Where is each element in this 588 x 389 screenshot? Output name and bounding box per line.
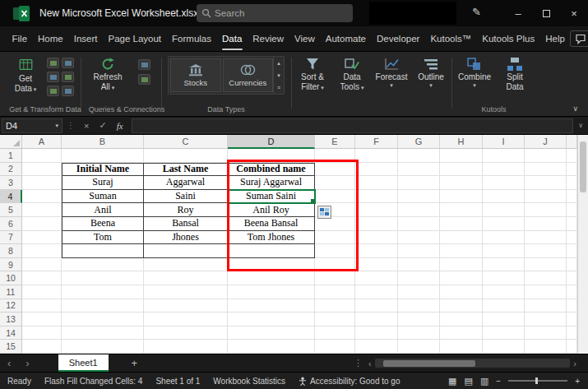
cell-C13[interactable] bbox=[144, 313, 228, 326]
cell-F1[interactable] bbox=[355, 149, 398, 163]
cell-C5[interactable]: Roy bbox=[144, 203, 228, 217]
cell-E12[interactable] bbox=[315, 299, 355, 313]
gallery-up-button[interactable]: ▴ bbox=[277, 60, 280, 67]
cell-B11[interactable] bbox=[62, 285, 144, 299]
cell-B10[interactable] bbox=[62, 271, 144, 285]
column-header-A[interactable]: A bbox=[22, 135, 62, 149]
cell-D13[interactable] bbox=[228, 313, 315, 326]
cell-J6[interactable] bbox=[525, 217, 567, 231]
vertical-scrollbar[interactable] bbox=[577, 135, 588, 354]
cell-E7[interactable] bbox=[315, 231, 355, 245]
select-all-corner[interactable] bbox=[0, 135, 22, 149]
sheet-tab-sheet1[interactable]: Sheet1 bbox=[58, 354, 109, 372]
row-header-8[interactable]: 8 bbox=[0, 244, 22, 258]
cell-F15[interactable] bbox=[355, 340, 398, 354]
cell-G7[interactable] bbox=[398, 231, 440, 245]
cell-I13[interactable] bbox=[483, 313, 525, 326]
cell-A11[interactable] bbox=[22, 285, 62, 299]
column-header-D[interactable]: D bbox=[228, 135, 315, 149]
cell-I12[interactable] bbox=[483, 299, 525, 313]
cell-G11[interactable] bbox=[398, 285, 440, 299]
ribbon-tab-insert[interactable]: Insert bbox=[68, 26, 103, 51]
cell-J1[interactable] bbox=[525, 149, 567, 163]
cell-D7[interactable]: Tom Jhones bbox=[228, 231, 315, 245]
cell-B5[interactable]: Anil bbox=[62, 203, 144, 217]
column-header-J[interactable]: J bbox=[525, 135, 567, 149]
flash-fill-status[interactable]: Flash Fill Changed Cells: 4 bbox=[44, 377, 143, 386]
cell-I7[interactable] bbox=[483, 231, 525, 245]
enter-button[interactable]: ✓ bbox=[94, 120, 111, 131]
column-header-B[interactable]: B bbox=[62, 135, 144, 149]
column-header-H[interactable]: H bbox=[440, 135, 483, 149]
cell-G2[interactable] bbox=[398, 163, 440, 177]
cell-B8[interactable] bbox=[62, 244, 144, 258]
cell-F14[interactable] bbox=[355, 326, 398, 340]
row-header-2[interactable]: 2 bbox=[0, 163, 22, 177]
cell-D2[interactable]: Combined name bbox=[228, 163, 315, 177]
queries-small-button[interactable] bbox=[138, 74, 150, 85]
ribbon-tab-kutools-[interactable]: Kutools™ bbox=[425, 26, 477, 51]
cell-A14[interactable] bbox=[22, 326, 62, 340]
stocks-data-type[interactable]: Stocks bbox=[170, 58, 221, 92]
cell-J9[interactable] bbox=[525, 258, 567, 272]
minimize-button[interactable]: – bbox=[504, 0, 532, 26]
cell-G5[interactable] bbox=[398, 203, 440, 217]
cell-I9[interactable] bbox=[483, 258, 525, 272]
cell-F4[interactable] bbox=[355, 190, 398, 204]
row-header-13[interactable]: 13 bbox=[0, 313, 22, 326]
row-header-12[interactable]: 12 bbox=[0, 299, 22, 313]
formula-bar-expand-icon[interactable]: ∨ bbox=[573, 122, 588, 129]
cell-H9[interactable] bbox=[440, 258, 483, 272]
workbook-statistics-button[interactable]: Workbook Statistics bbox=[213, 377, 285, 386]
cell-B7[interactable]: Tom bbox=[62, 231, 144, 245]
cell-B3[interactable]: Suraj bbox=[62, 176, 144, 190]
insert-function-button[interactable]: fx bbox=[112, 121, 128, 131]
cell-D15[interactable] bbox=[228, 340, 315, 354]
close-button[interactable]: × bbox=[560, 0, 588, 26]
row-header-14[interactable]: 14 bbox=[0, 326, 22, 340]
cell-H1[interactable] bbox=[440, 149, 483, 163]
cell-A5[interactable] bbox=[22, 203, 62, 217]
cell-E2[interactable] bbox=[315, 163, 355, 177]
gallery-more-button[interactable]: ≡ bbox=[277, 85, 280, 90]
cell-I15[interactable] bbox=[483, 340, 525, 354]
cell-I5[interactable] bbox=[483, 203, 525, 217]
cell-H15[interactable] bbox=[440, 340, 483, 354]
row-header-4[interactable]: 4 bbox=[0, 190, 22, 204]
sort-filter-button[interactable]: Sort & Filter▾ bbox=[294, 54, 331, 102]
cell-F3[interactable] bbox=[355, 176, 398, 190]
cell-B15[interactable] bbox=[62, 340, 144, 354]
cell-A1[interactable] bbox=[22, 149, 62, 163]
cell-D8[interactable] bbox=[228, 244, 315, 258]
cell-C8[interactable] bbox=[144, 244, 228, 258]
row-header-5[interactable]: 5 bbox=[0, 203, 22, 217]
cell-A3[interactable] bbox=[22, 176, 62, 190]
cell-D12[interactable] bbox=[228, 299, 315, 313]
ribbon-tab-kutools-plus[interactable]: Kutools Plus bbox=[477, 26, 540, 51]
cell-E8[interactable] bbox=[315, 244, 355, 258]
cell-J12[interactable] bbox=[525, 299, 567, 313]
from-source-small-button[interactable] bbox=[62, 58, 74, 68]
cell-C10[interactable] bbox=[144, 271, 228, 285]
cell-I11[interactable] bbox=[483, 285, 525, 299]
cell-H4[interactable] bbox=[440, 190, 483, 204]
ribbon-tab-page-layout[interactable]: Page Layout bbox=[103, 26, 167, 51]
cell-A10[interactable] bbox=[22, 271, 62, 285]
ribbon-tab-data[interactable]: Data bbox=[217, 26, 248, 51]
cell-F7[interactable] bbox=[355, 231, 398, 245]
cell-C6[interactable]: Bansal bbox=[144, 217, 228, 231]
row-header-9[interactable]: 9 bbox=[0, 258, 22, 272]
from-source-small-button[interactable] bbox=[62, 86, 74, 96]
cell-G12[interactable] bbox=[398, 299, 440, 313]
status-mode[interactable]: Ready bbox=[7, 377, 31, 386]
combine-button[interactable]: Combine ▾ bbox=[455, 54, 494, 102]
page-break-view-button[interactable]: ▥ bbox=[480, 376, 488, 387]
cell-G3[interactable] bbox=[398, 176, 440, 190]
row-header-3[interactable]: 3 bbox=[0, 176, 22, 190]
formula-input[interactable] bbox=[132, 118, 574, 133]
cell-C11[interactable] bbox=[144, 285, 228, 299]
column-header-F[interactable]: F bbox=[355, 135, 398, 149]
cell-A12[interactable] bbox=[22, 299, 62, 313]
cell-C7[interactable]: Jhones bbox=[144, 231, 228, 245]
column-header-G[interactable]: G bbox=[398, 135, 440, 149]
